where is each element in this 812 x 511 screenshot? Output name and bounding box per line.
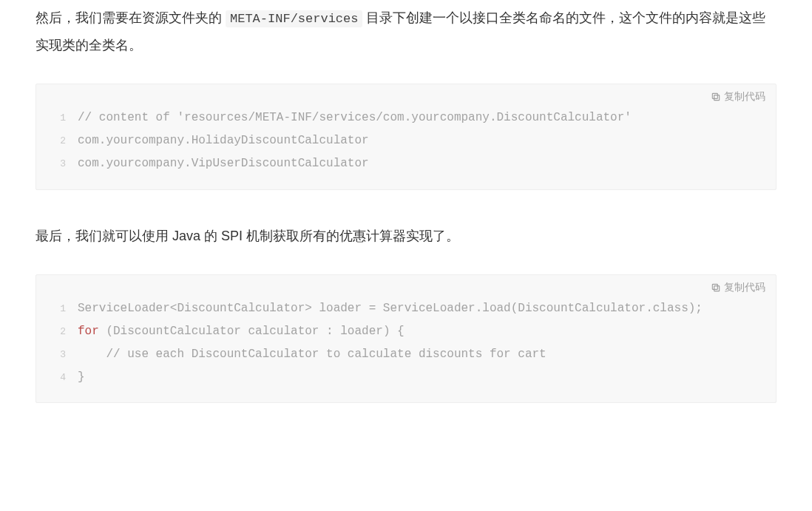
code-line: 1ServiceLoader<DiscountCalculator> loade… <box>47 297 765 320</box>
code-line: 2com.yourcompany.HolidayDiscountCalculat… <box>47 129 765 152</box>
paragraph-2: 最后，我们就可以使用 Java 的 SPI 机制获取所有的优惠计算器实现了。 <box>35 223 777 249</box>
paragraph-1: 然后，我们需要在资源文件夹的 META-INF/services 目录下创建一个… <box>35 4 777 58</box>
code-text: ServiceLoader<DiscountCalculator> loader… <box>78 297 703 320</box>
line-number: 3 <box>47 345 66 364</box>
svg-rect-1 <box>712 93 717 98</box>
line-number: 1 <box>47 300 66 318</box>
line-number: 3 <box>47 155 66 173</box>
code-line: 3 // use each DiscountCalculator to calc… <box>47 343 765 366</box>
copy-code-button[interactable]: 复制代码 <box>36 84 776 104</box>
code-text: } <box>78 366 85 389</box>
svg-rect-2 <box>714 285 720 291</box>
line-number: 1 <box>47 109 66 127</box>
code-block-2: 复制代码 1ServiceLoader<DiscountCalculator> … <box>35 274 777 404</box>
code-text: com.yourcompany.VipUserDiscountCalculato… <box>78 152 369 175</box>
copy-icon <box>711 92 721 102</box>
article-content: 然后，我们需要在资源文件夹的 META-INF/services 目录下创建一个… <box>0 0 812 453</box>
line-number: 2 <box>47 132 66 150</box>
code-text: // use each DiscountCalculator to calcul… <box>78 343 547 366</box>
inline-code-meta-inf: META-INF/services <box>226 10 362 27</box>
code-body-1: 1// content of 'resources/META-INF/servi… <box>36 104 776 189</box>
code-line: 4} <box>47 366 765 389</box>
copy-icon <box>711 282 721 293</box>
code-line: 2for (DiscountCalculator calculator : lo… <box>47 320 765 343</box>
code-line: 3com.yourcompany.VipUserDiscountCalculat… <box>47 152 765 175</box>
code-text: com.yourcompany.HolidayDiscountCalculato… <box>78 129 369 152</box>
code-body-2: 1ServiceLoader<DiscountCalculator> loade… <box>36 294 776 403</box>
code-text: for (DiscountCalculator calculator : loa… <box>78 320 405 343</box>
line-number: 4 <box>47 368 66 387</box>
copy-code-label: 复制代码 <box>724 281 765 294</box>
svg-rect-0 <box>714 95 720 101</box>
svg-rect-3 <box>712 284 717 289</box>
paragraph-1-text-a: 然后，我们需要在资源文件夹的 <box>35 10 226 25</box>
line-number: 2 <box>47 322 66 341</box>
code-block-1: 复制代码 1// content of 'resources/META-INF/… <box>35 84 777 190</box>
copy-code-label: 复制代码 <box>724 90 765 104</box>
copy-code-button[interactable]: 复制代码 <box>36 275 776 294</box>
code-line: 1// content of 'resources/META-INF/servi… <box>47 106 765 129</box>
code-text: // content of 'resources/META-INF/servic… <box>78 106 632 129</box>
